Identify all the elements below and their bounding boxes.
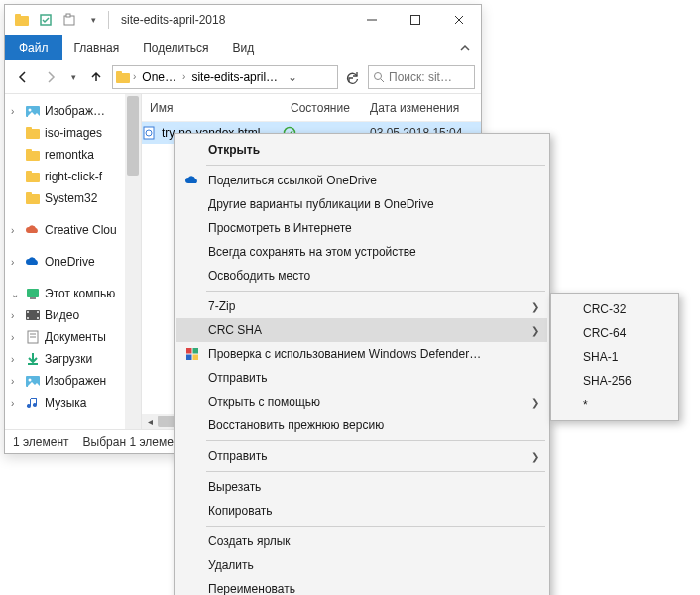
tree-item-folder[interactable]: remontka — [11, 144, 141, 166]
onedrive-icon — [180, 173, 204, 188]
qat-dropdown-icon[interactable]: ▾ — [82, 9, 104, 31]
col-state[interactable]: Состояние — [283, 101, 362, 115]
shield-icon — [180, 346, 204, 362]
chevron-right-icon: ❯ — [531, 325, 539, 336]
tree-item-pictures[interactable]: ›Изображ… — [11, 100, 141, 122]
collapse-ribbon-icon[interactable] — [449, 35, 481, 60]
titlebar: ▾ site-edits-april-2018 — [5, 5, 481, 35]
ctx-free-space[interactable]: Освободить место — [176, 264, 547, 288]
ctx-delete[interactable]: Удалить — [176, 553, 547, 577]
svg-point-33 — [29, 379, 32, 382]
ctx-7zip[interactable]: 7-Zip❯ — [176, 295, 547, 318]
qat-new-folder-icon[interactable] — [58, 9, 80, 31]
ctx-send[interactable]: Отправить — [176, 366, 547, 390]
address-bar: ▾ › One… › site-edits-april… ⌄ Поиск: si… — [5, 60, 481, 94]
chevron-right-icon: ❯ — [531, 451, 539, 462]
tree-item-folder[interactable]: iso-images — [11, 122, 141, 144]
tree-item-creative-cloud[interactable]: ›Creative Clou — [11, 219, 141, 241]
search-icon — [373, 71, 385, 83]
svg-rect-1 — [15, 14, 21, 18]
chevron-right-icon[interactable]: › — [182, 71, 185, 82]
search-input[interactable]: Поиск: sit… — [368, 65, 475, 89]
minimize-button[interactable] — [350, 5, 394, 35]
tree-scrollbar[interactable] — [125, 94, 141, 429]
ctx-send-to[interactable]: Отправить❯ — [176, 444, 547, 468]
svg-rect-20 — [26, 192, 32, 196]
history-dropdown[interactable]: ▾ — [66, 65, 80, 89]
ctx-more-onedrive[interactable]: Другие варианты публикации в OneDrive — [176, 192, 547, 216]
ctx-rename[interactable]: Переименовать — [176, 577, 547, 595]
tree-item-folder[interactable]: right-click-f — [11, 166, 141, 187]
svg-rect-16 — [26, 149, 32, 153]
file-tab[interactable]: Файл — [5, 35, 62, 60]
ctx-cut[interactable]: Вырезать — [176, 475, 547, 499]
svg-rect-25 — [27, 317, 29, 319]
tab-share[interactable]: Поделиться — [131, 35, 220, 60]
folder-icon — [11, 9, 33, 31]
crc-sha-submenu: CRC-32 CRC-64 SHA-1 SHA-256 * — [550, 293, 679, 421]
ctx-create-shortcut[interactable]: Создать ярлык — [176, 530, 547, 553]
address-dropdown-icon[interactable]: ⌄ — [284, 70, 301, 84]
qat-properties-icon[interactable] — [35, 9, 57, 31]
tree-item-onedrive[interactable]: ›OneDrive — [11, 251, 141, 273]
breadcrumb[interactable]: One… — [138, 70, 180, 84]
tab-view[interactable]: Вид — [220, 35, 266, 60]
selection-info: Выбран 1 элемен — [83, 435, 180, 449]
ctx-open-with[interactable]: Открыть с помощью❯ — [176, 390, 547, 414]
chevron-right-icon: ❯ — [531, 397, 539, 408]
col-name[interactable]: Имя — [142, 101, 283, 115]
svg-rect-26 — [37, 311, 39, 313]
svg-rect-8 — [116, 71, 122, 75]
close-button[interactable] — [437, 5, 481, 35]
back-button[interactable] — [11, 65, 35, 89]
tree-item-downloads[interactable]: ›Загрузки — [11, 348, 141, 370]
svg-rect-6 — [411, 16, 420, 25]
ctx-crc-sha[interactable]: CRC SHA❯ — [176, 318, 547, 342]
tree-item-videos[interactable]: ›Видео — [11, 304, 141, 326]
folder-icon — [115, 69, 131, 85]
ctx-share-onedrive[interactable]: Поделиться ссылкой OneDrive — [176, 169, 547, 192]
item-count: 1 элемент — [13, 435, 69, 449]
submenu-crc32[interactable]: CRC-32 — [553, 298, 676, 321]
up-button[interactable] — [84, 65, 108, 89]
tree-item-documents[interactable]: ›Документы — [11, 326, 141, 348]
svg-rect-37 — [186, 348, 192, 354]
refresh-button[interactable] — [342, 66, 364, 88]
svg-line-10 — [381, 79, 384, 82]
address-box[interactable]: › One… › site-edits-april… ⌄ — [112, 65, 338, 89]
submenu-all[interactable]: * — [553, 393, 676, 416]
ctx-view-online[interactable]: Просмотреть в Интернете — [176, 216, 547, 240]
ctx-defender[interactable]: Проверка с использованием Windows Defend… — [176, 342, 547, 366]
tree-item-this-pc[interactable]: ⌄Этот компью — [11, 283, 141, 304]
svg-rect-18 — [26, 171, 32, 175]
ctx-always-keep[interactable]: Всегда сохранять на этом устройстве — [176, 240, 547, 264]
column-headers: Имя Состояние Дата изменения — [142, 94, 481, 122]
svg-rect-40 — [193, 355, 199, 361]
col-date[interactable]: Дата изменения — [362, 101, 481, 115]
submenu-crc64[interactable]: CRC-64 — [553, 321, 676, 345]
svg-rect-27 — [37, 317, 39, 319]
ctx-restore-prev[interactable]: Восстановить прежнюю версию — [176, 414, 547, 437]
forward-button[interactable] — [39, 65, 62, 89]
ctx-open[interactable]: Открыть — [176, 138, 547, 162]
svg-rect-14 — [26, 127, 32, 131]
svg-rect-21 — [27, 289, 39, 297]
tree-item-music[interactable]: ›Музыка — [11, 392, 141, 414]
scroll-left-icon[interactable]: ◂ — [142, 416, 158, 427]
breadcrumb[interactable]: site-edits-april… — [187, 70, 282, 84]
svg-point-12 — [29, 109, 32, 112]
svg-rect-4 — [66, 14, 70, 17]
window-title: site-edits-april-2018 — [121, 13, 350, 27]
svg-point-9 — [375, 72, 382, 79]
ctx-copy[interactable]: Копировать — [176, 499, 547, 523]
submenu-sha1[interactable]: SHA-1 — [553, 345, 676, 369]
nav-tree: ›Изображ… iso-images remontka right-clic… — [5, 94, 142, 429]
chevron-right-icon[interactable]: › — [133, 71, 136, 82]
submenu-sha256[interactable]: SHA-256 — [553, 369, 676, 393]
tree-item-pictures[interactable]: ›Изображен — [11, 370, 141, 392]
tab-home[interactable]: Главная — [62, 35, 132, 60]
svg-rect-38 — [193, 348, 199, 354]
tree-item-folder[interactable]: System32 — [11, 187, 141, 209]
svg-rect-39 — [186, 355, 192, 361]
maximize-button[interactable] — [394, 5, 437, 35]
